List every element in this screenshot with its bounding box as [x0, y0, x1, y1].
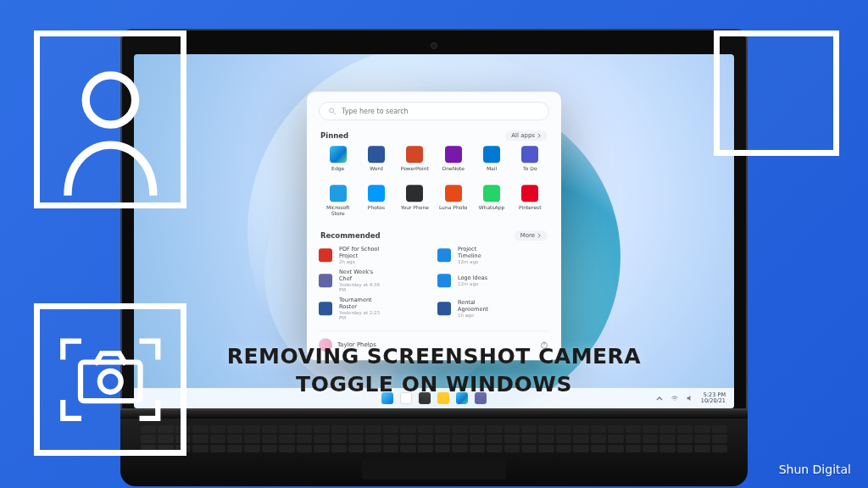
profile-overlay-icon	[34, 30, 186, 208]
pinned-app[interactable]: PowerPoint	[396, 146, 434, 181]
recommended-list: PDF for School Project 2h ago Project Ti…	[319, 246, 549, 320]
app-icon	[483, 146, 500, 163]
app-label: Pinterest	[519, 205, 542, 211]
app-icon	[445, 146, 462, 163]
pinned-app[interactable]: Edge	[319, 146, 357, 181]
search-icon	[328, 107, 337, 115]
app-label: Photos	[368, 205, 385, 211]
rec-title: PDF for School Project	[339, 246, 382, 259]
rec-sub: 12m ago	[458, 281, 501, 286]
app-icon	[330, 146, 347, 163]
pinned-heading: Pinned	[320, 131, 348, 140]
app-label: Luna Photo	[439, 205, 468, 211]
app-icon	[521, 146, 538, 163]
webcam-dot	[431, 42, 437, 49]
app-icon	[406, 185, 423, 202]
rec-sub: 12m ago	[458, 259, 501, 264]
pinned-app[interactable]: To Do	[511, 146, 549, 181]
rec-icon	[319, 248, 332, 262]
rec-title: Next Week's Chef	[339, 269, 382, 282]
laptop-frame: Pinned All apps Edge Word PowerPoint One…	[120, 29, 748, 486]
app-label: Your Phone	[401, 205, 429, 211]
chevron-right-icon	[537, 233, 542, 238]
rec-title: Project Timeline	[458, 246, 501, 259]
app-label: PowerPoint	[401, 166, 429, 172]
pinned-app[interactable]: Pinterest	[511, 185, 549, 220]
pinned-app[interactable]: Mail	[472, 146, 510, 181]
rec-icon	[437, 248, 451, 262]
app-label: Microsoft Store	[321, 205, 355, 217]
app-icon	[368, 185, 385, 202]
brand-label: Shun Digital	[779, 463, 851, 476]
laptop-hinge	[120, 410, 748, 419]
recommended-item[interactable]: Next Week's Chef Yesterday at 4:38 PM	[319, 269, 431, 292]
app-icon	[483, 185, 500, 202]
rec-icon	[437, 274, 451, 287]
rec-icon	[319, 302, 332, 315]
app-icon	[330, 185, 347, 202]
search-input[interactable]	[342, 108, 540, 115]
app-icon	[406, 146, 423, 163]
pinned-app[interactable]: Microsoft Store	[319, 185, 357, 220]
app-label: OneNote	[442, 166, 464, 172]
all-apps-button[interactable]: All apps	[505, 130, 548, 141]
app-label: Word	[370, 166, 382, 172]
pinned-app[interactable]: Word	[357, 146, 395, 181]
rec-title: Logo Ideas	[458, 274, 501, 281]
pinned-app[interactable]: Luna Photo	[434, 185, 472, 220]
rec-sub: 2h ago	[339, 259, 382, 264]
recommended-item[interactable]: Project Timeline 12m ago	[437, 246, 549, 264]
svg-point-4	[86, 75, 135, 124]
rec-title: Tournament Roster	[339, 297, 382, 310]
start-menu: Pinned All apps Edge Word PowerPoint One…	[307, 92, 561, 360]
recommended-item[interactable]: Rental Agreement 1h ago	[437, 297, 549, 320]
svg-point-0	[330, 108, 334, 113]
recommended-item[interactable]: Logo Ideas 12m ago	[437, 269, 549, 292]
chevron-right-icon	[537, 133, 542, 138]
search-box[interactable]	[319, 102, 549, 120]
laptop-deck	[120, 419, 748, 486]
keyboard	[141, 425, 727, 452]
square-overlay-icon	[714, 30, 839, 156]
svg-line-1	[333, 112, 336, 114]
app-label: WhatsApp	[479, 205, 505, 211]
pinned-app[interactable]: OneNote	[434, 146, 472, 181]
recommended-item[interactable]: PDF for School Project 2h ago	[319, 246, 431, 264]
rec-title: Rental Agreement	[458, 299, 501, 313]
recommended-item[interactable]: Tournament Roster Yesterday at 2:23 PM	[319, 297, 431, 320]
app-label: Mail	[487, 166, 497, 172]
app-label: To Do	[523, 166, 537, 172]
all-apps-label: All apps	[511, 132, 535, 139]
rec-icon	[437, 302, 451, 315]
pinned-app[interactable]: Your Phone	[396, 185, 434, 220]
rec-icon	[319, 274, 332, 287]
pinned-app[interactable]: WhatsApp	[472, 185, 510, 220]
clock-date: 10/20/21	[701, 398, 726, 404]
more-label: More	[520, 232, 535, 239]
headline-line1: REMOVING SCREENSHOT CAMERA	[0, 342, 868, 371]
app-icon	[521, 185, 538, 202]
more-button[interactable]: More	[515, 230, 548, 241]
app-label: Edge	[331, 166, 344, 172]
recommended-heading: Recommended	[320, 231, 381, 240]
rec-sub: 1h ago	[458, 313, 501, 318]
app-icon	[368, 146, 385, 163]
rec-sub: Yesterday at 4:38 PM	[339, 282, 382, 292]
headline-line2: TOGGLE ON WINDOWS	[0, 370, 868, 399]
rec-sub: Yesterday at 2:23 PM	[339, 310, 382, 320]
pinned-app[interactable]: Photos	[357, 185, 395, 220]
headline: REMOVING SCREENSHOT CAMERA TOGGLE ON WIN…	[0, 342, 868, 400]
trackpad	[362, 459, 506, 480]
pinned-apps-grid: Edge Word PowerPoint OneNote Mail To Do …	[319, 146, 549, 220]
app-icon	[445, 185, 462, 202]
